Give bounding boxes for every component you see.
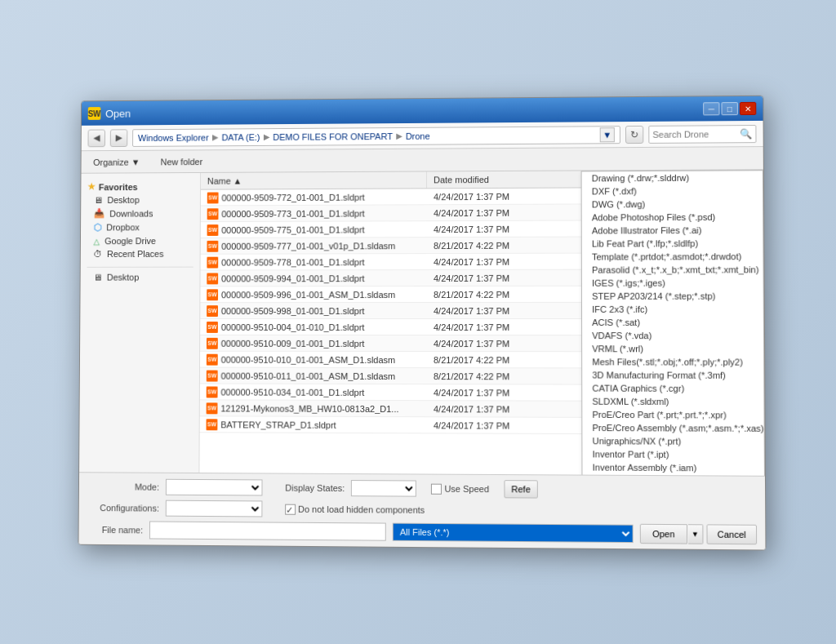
display-states-label: Display States: — [285, 483, 345, 493]
forward-button[interactable]: ▶ — [110, 129, 128, 147]
file-date: 4/24/2017 1:37 PM — [427, 220, 598, 237]
file-name-cell: SW 000000-9509-777_01-001_v01p_D1.sldasm — [201, 238, 427, 254]
solidworks-icon: SW — [207, 192, 219, 203]
no-load-checkbox[interactable]: ✓ — [285, 504, 296, 514]
file-name: 000000-9509-996_01-001_ASM_D1.sldasm — [221, 290, 395, 300]
mode-select[interactable] — [166, 479, 263, 496]
file-name-cell: SW 000000-9510-034_01-001_D1.sldprt — [200, 384, 427, 400]
file-name-cell: SW 121291-Mykonos3_MB_HW10-0813a2_D1... — [200, 400, 427, 416]
sidebar-item-gdrive[interactable]: △ Google Drive — [81, 234, 200, 247]
dropdown-item[interactable]: Drawing (*.drw;*.slddrw) — [582, 171, 763, 184]
solidworks-icon: SW — [207, 322, 218, 333]
dropdown-item[interactable]: DXF (*.dxf) — [582, 184, 763, 198]
file-date: 8/21/2017 4:22 PM — [427, 352, 598, 367]
solidworks-icon: SW — [207, 337, 218, 349]
file-name-cell: SW 000000-9510-010_01-001_ASM_D1.sldasm — [200, 352, 427, 367]
dropdown-item[interactable]: Adobe Photoshop Files (*.psd) — [582, 211, 763, 224]
breadcrumb-demo[interactable]: DEMO FILES FOR ONEPART — [273, 131, 393, 142]
dropdown-item[interactable]: Template (*.prtdot;*.asmdot;*.drwdot) — [582, 250, 763, 264]
search-input[interactable] — [652, 129, 740, 140]
maximize-button[interactable]: □ — [721, 102, 737, 115]
solidworks-icon: SW — [207, 402, 218, 414]
display-states-select[interactable] — [351, 480, 416, 497]
file-name-cell: SW 000000-9510-011_01-001_ASM_D1.sldasm — [200, 368, 427, 384]
dropdown-item[interactable]: IFC 2x3 (*.ifc) — [582, 303, 763, 316]
solidworks-icon: SW — [207, 370, 218, 381]
refresh-button[interactable]: ↻ — [625, 125, 643, 143]
dropdown-item[interactable]: Adobe Illustrator Files (*.ai) — [582, 224, 763, 238]
dropdown-item[interactable]: CATIA Graphics (*.cgr) — [582, 381, 763, 395]
dropdown-item[interactable]: STEP AP203/214 (*.step;*.stp) — [582, 290, 763, 303]
toolbar: Organize ▼ New folder — [82, 147, 763, 174]
file-type-dropdown: Drawing (*.drw;*.slddrw)DXF (*.dxf)DWG (… — [581, 170, 765, 476]
solidworks-icon: SW — [207, 256, 218, 268]
configurations-select[interactable] — [166, 500, 263, 517]
solidworks-icon: SW — [207, 386, 218, 398]
file-name-cell: SW 000000-9509-775_01-001_D1.sldprt — [201, 221, 427, 238]
file-date: 4/24/2017 1:37 PM — [427, 335, 598, 351]
breadcrumb-windows-explorer[interactable]: Windows Explorer — [138, 132, 209, 142]
close-button[interactable]: ✕ — [740, 102, 756, 115]
solidworks-icon: SW — [207, 305, 218, 317]
minimize-button[interactable]: ─ — [703, 102, 719, 115]
sidebar-item-downloads[interactable]: 📥 Downloads — [81, 206, 200, 220]
breadcrumb-data-e[interactable]: DATA (E:) — [221, 132, 260, 142]
ref-button[interactable]: Refe — [504, 480, 538, 498]
breadcrumb-dropdown-button[interactable]: ▼ — [600, 127, 615, 142]
dropdown-item[interactable]: ProE/Creo Part (*.prt;*.prt.*;*.xpr) — [582, 408, 763, 422]
file-name: 000000-9509-777_01-001_v01p_D1.sldasm — [221, 241, 395, 251]
dropdown-item[interactable]: Parasolid (*.x_t;*.x_b;*.xmt_txt;*.xmt_b… — [582, 263, 763, 277]
back-button[interactable]: ◀ — [87, 129, 105, 147]
organize-dropdown-icon: ▼ — [131, 157, 140, 167]
cancel-button[interactable]: Cancel — [706, 524, 757, 544]
file-name-cell: SW 000000-9509-778_01-001_D1.sldprt — [201, 254, 427, 269]
sidebar-item-desktop[interactable]: 🖥 Desktop — [81, 193, 200, 207]
col-name-header[interactable]: Name ▲ — [201, 171, 427, 189]
file-name: 000000-9510-034_01-001_D1.sldprt — [220, 387, 364, 397]
sort-icon: ▲ — [233, 176, 242, 186]
breadcrumb-drone[interactable]: Drone — [406, 131, 430, 140]
use-speed-checkbox-row: Use Speed — [431, 483, 489, 495]
organize-label: Organize — [93, 157, 129, 167]
filename-input[interactable] — [149, 521, 386, 540]
file-name-cell: SW 000000-9509-773_01-001_D1.sldprt — [201, 205, 427, 221]
sidebar-item-dropbox[interactable]: ⬡ Dropbox — [81, 220, 200, 234]
organize-button[interactable]: Organize ▼ — [87, 154, 145, 169]
dropdown-item[interactable]: ProE/Creo Assembly (*.asm;*.asm.*;*.xas) — [582, 421, 763, 435]
filetype-select[interactable]: All Files (*.*) — [393, 523, 634, 543]
dropdown-item[interactable]: Inventor Part (*.ipt) — [582, 447, 763, 461]
file-name-cell: SW 000000-9510-009_01-001_D1.sldprt — [200, 335, 427, 351]
dropdown-item[interactable]: VRML (*.wrl) — [582, 342, 763, 355]
sidebar-item-desktop-main[interactable]: 🖥 Desktop — [81, 271, 200, 284]
solidworks-icon: SW — [207, 208, 219, 220]
new-folder-label: New folder — [161, 157, 203, 167]
dropdown-item[interactable]: IGES (*.igs;*.iges) — [582, 276, 763, 289]
col-date-header[interactable]: Date modified — [427, 171, 598, 188]
gdrive-icon: △ — [94, 237, 100, 246]
file-date: 4/24/2017 1:37 PM — [427, 401, 598, 417]
dropdown-item[interactable]: DWG (*.dwg) — [582, 198, 763, 211]
new-folder-button[interactable]: New folder — [155, 154, 208, 169]
dropdown-item[interactable]: Unigraphics/NX (*.prt) — [582, 434, 763, 448]
dropdown-item[interactable]: Mesh Files(*.stl;*.obj;*.off;*.ply;*.ply… — [582, 355, 763, 368]
dropdown-item[interactable]: 3D Manufacturing Format (*.3mf) — [582, 368, 763, 382]
file-name-cell: SW 000000-9509-996_01-001_ASM_D1.sldasm — [200, 286, 427, 302]
use-speed-checkbox[interactable] — [431, 483, 442, 494]
file-name-cell: SW 000000-9509-994_01-001_D1.sldprt — [200, 270, 427, 286]
breadcrumb[interactable]: Windows Explorer ▶ DATA (E:) ▶ DEMO FILE… — [132, 126, 620, 147]
sidebar: ★ Favorites 🖥 Desktop 📥 Downloads ⬡ Drop… — [79, 173, 201, 473]
dropdown-item[interactable]: SLDXML (*.sldxml) — [582, 395, 763, 409]
dropdown-item[interactable]: VDAFS (*.vda) — [582, 329, 763, 342]
no-load-checkbox-row: ✓ Do not load hidden components — [285, 504, 425, 515]
dropdown-item[interactable]: Inventor Assembly (*.iam) — [582, 460, 763, 474]
file-name-cell: SW 000000-9509-772_01-001_D1.sldprt — [201, 189, 427, 205]
sidebar-item-recent[interactable]: ⏱ Recent Places — [81, 247, 200, 260]
open-dropdown-button[interactable]: ▼ — [688, 524, 703, 544]
configurations-label: Configurations: — [87, 503, 159, 513]
filename-label: File name: — [87, 525, 143, 535]
open-button[interactable]: Open — [640, 524, 687, 544]
bottom-buttons: Open ▼ Cancel — [640, 524, 757, 544]
dropdown-item[interactable]: Lib Feat Part (*.lfp;*.sldlfp) — [582, 237, 763, 251]
dropdown-item[interactable]: ACIS (*.sat) — [582, 316, 763, 329]
mode-label: Mode: — [87, 482, 159, 491]
